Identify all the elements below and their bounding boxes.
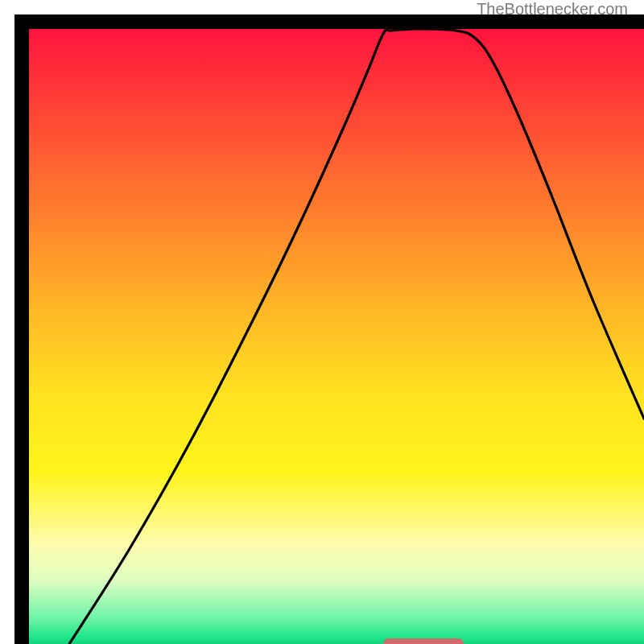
chart-container: TheBottlenecker.com: [0, 0, 644, 644]
plot-area: [29, 29, 644, 644]
bottleneck-curve: [69, 29, 644, 644]
chart-frame: [14, 14, 644, 644]
curve-svg: [29, 29, 644, 644]
watermark-text: TheBottlenecker.com: [0, 0, 631, 19]
optimum-marker: [383, 638, 464, 644]
